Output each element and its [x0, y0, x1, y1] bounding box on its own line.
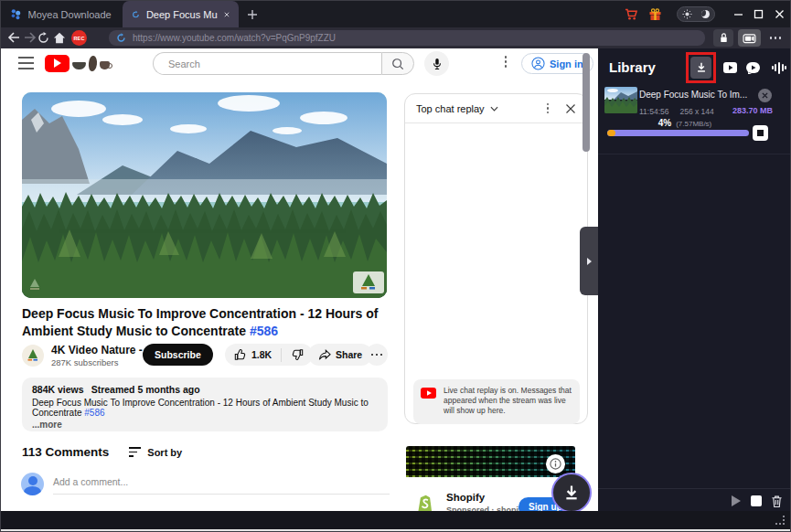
- library-panel: Library Deep Focus Mus: [598, 48, 791, 511]
- download-item-thumbnail[interactable]: [604, 87, 637, 113]
- shopify-logo-icon: [413, 492, 437, 511]
- back-arrow-icon: [7, 32, 20, 43]
- more-actions-button[interactable]: [366, 344, 388, 366]
- item-divider: [598, 154, 791, 154]
- reload-button[interactable]: [36, 30, 50, 45]
- chat-menu-button[interactable]: [543, 100, 552, 118]
- floating-download-button[interactable]: [551, 473, 592, 511]
- reload-icon: [37, 32, 49, 44]
- title-hashtag-link[interactable]: #586: [250, 324, 278, 338]
- channel-name[interactable]: 4K Video Nature - ♪: [51, 344, 151, 356]
- ad-card: Shopify Sponsored · shopify.c Sign up: [406, 477, 575, 511]
- resume-all-button[interactable]: [729, 494, 743, 508]
- show-more-link[interactable]: ...more: [32, 420, 378, 430]
- description-box[interactable]: 884K viewsStreamed 5 months ago Deep Foc…: [22, 378, 388, 431]
- download-item-title: Deep Focus Music To Im...: [639, 90, 756, 100]
- lock-button[interactable]: [713, 29, 733, 47]
- subscribe-button[interactable]: Subscribe: [143, 344, 213, 366]
- gift-icon[interactable]: [642, 8, 668, 21]
- play-icon: [732, 495, 741, 506]
- chevron-right-icon: [587, 258, 592, 265]
- rec-badge[interactable]: REC: [71, 30, 87, 46]
- browser-viewport: Sign in: [1, 48, 598, 511]
- video-capture-button[interactable]: [738, 29, 761, 47]
- microphone-icon: [432, 58, 443, 70]
- tree-logo-icon: [25, 347, 41, 364]
- youtube-logo[interactable]: [45, 54, 110, 72]
- convert-play-icon: [746, 62, 761, 74]
- nature-video-frame: [22, 92, 387, 298]
- lock-icon: [719, 32, 729, 44]
- library-tab-audio[interactable]: [771, 61, 787, 74]
- logo-glyph: [100, 61, 110, 69]
- yt-menu-button[interactable]: [18, 57, 34, 69]
- resize-grip[interactable]: [774, 516, 785, 525]
- cart-icon[interactable]: [620, 8, 642, 21]
- search-button[interactable]: [381, 52, 414, 75]
- item-stop-button[interactable]: [753, 125, 768, 141]
- url-text: https://www.youtube.com/watch?v=PqGnP9pf…: [133, 33, 336, 43]
- ellipsis-icon: [770, 37, 782, 39]
- video-camera-icon: [743, 33, 756, 44]
- new-tab-button[interactable]: [244, 6, 261, 23]
- close-window-button[interactable]: [768, 9, 790, 19]
- like-button[interactable]: 1.8K: [225, 348, 281, 361]
- tab-active-video[interactable]: Deep Focus Music To: [123, 1, 239, 27]
- back-button[interactable]: [6, 30, 21, 45]
- tab-close-icon[interactable]: [224, 11, 230, 18]
- streamed-date: Streamed 5 months ago: [91, 384, 200, 395]
- chat-close-button[interactable]: [565, 103, 576, 114]
- sort-icon: [129, 447, 141, 456]
- sun-icon: [682, 9, 692, 19]
- page-scrollbar-thumb[interactable]: [583, 53, 590, 152]
- voice-search-button[interactable]: [424, 51, 449, 76]
- window-controls: [620, 1, 790, 27]
- item-percent: 4%: [658, 118, 671, 128]
- video-player[interactable]: [22, 92, 387, 298]
- theme-toggle[interactable]: [677, 6, 715, 22]
- home-button[interactable]: [52, 30, 67, 45]
- tab-moyea-downloader[interactable]: Moyea Downloader: [1, 1, 121, 27]
- tab-label: Moyea Downloader: [28, 9, 112, 20]
- share-button[interactable]: Share: [308, 344, 372, 366]
- description-hashtag-link[interactable]: #586: [84, 408, 104, 418]
- chat-mode-dropdown[interactable]: Top chat replay: [416, 103, 498, 114]
- like-count: 1.8K: [251, 349, 272, 360]
- waveform-icon: [772, 62, 786, 74]
- yt-more-menu-button[interactable]: [501, 56, 510, 71]
- chevron-down-icon: [490, 106, 498, 112]
- search-field[interactable]: [153, 52, 381, 75]
- chat-notice-text: Live chat replay is on. Messages that ap…: [444, 386, 572, 418]
- ad-brand-name[interactable]: Shopify: [446, 492, 485, 503]
- maximize-button[interactable]: [748, 9, 768, 19]
- add-comment-input[interactable]: Add a comment...: [53, 476, 390, 495]
- yt-search: [153, 52, 414, 75]
- chat-header: Top chat replay: [405, 94, 587, 123]
- like-dislike-pill: 1.8K: [225, 344, 313, 366]
- share-label: Share: [336, 349, 362, 360]
- search-input[interactable]: [166, 58, 369, 70]
- plus-icon: [247, 9, 258, 20]
- thumbs-up-icon: [234, 348, 247, 361]
- live-chat-panel: Top chat replay Live chat replay is on. …: [404, 93, 588, 424]
- stop-all-button[interactable]: [749, 494, 764, 508]
- minimize-button[interactable]: [728, 9, 748, 19]
- moon-icon: [701, 10, 710, 18]
- stop-icon: [757, 130, 764, 136]
- address-bar[interactable]: https://www.youtube.com/watch?v=PqGnP9pf…: [109, 30, 705, 46]
- tab-bar: Moyea Downloader Deep Focus Music To: [1, 1, 790, 27]
- browser-menu-button[interactable]: [765, 29, 786, 47]
- download-item-remove-button[interactable]: [758, 89, 772, 102]
- library-tab-videos[interactable]: [722, 61, 737, 74]
- panel-collapse-handle[interactable]: [580, 227, 598, 295]
- channel-subscribers: 287K subscribers: [51, 357, 118, 367]
- channel-avatar[interactable]: [22, 345, 44, 367]
- delete-all-button[interactable]: [769, 494, 784, 508]
- sort-by-button[interactable]: Sort by: [129, 447, 182, 458]
- library-tab-converted[interactable]: [745, 61, 762, 74]
- ellipsis-icon: [371, 354, 383, 356]
- youtube-badge-icon: [421, 386, 436, 418]
- channel-watermark: [353, 271, 384, 293]
- ad-info-button[interactable]: [546, 454, 565, 473]
- moyea-logo-icon: [10, 8, 22, 20]
